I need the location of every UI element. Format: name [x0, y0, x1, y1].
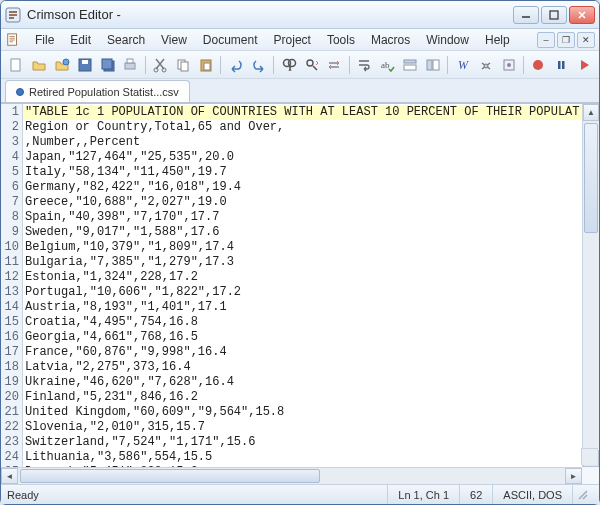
replace-button[interactable]	[323, 54, 345, 76]
status-count: 62	[459, 485, 492, 504]
code-line[interactable]: United Kingdom,"60,609","9,564",15.8	[23, 405, 582, 420]
menu-document[interactable]: Document	[195, 31, 266, 49]
cut-button[interactable]	[149, 54, 171, 76]
svg-rect-10	[125, 63, 135, 69]
code-line[interactable]: Sweden,"9,017","1,588",17.6	[23, 225, 582, 240]
toolbar-separator	[218, 54, 224, 76]
code-line[interactable]: ,Number,,Percent	[23, 135, 582, 150]
code-line[interactable]: Spain,"40,398","7,170",17.7	[23, 210, 582, 225]
toolbar-separator	[142, 54, 148, 76]
code-line[interactable]: Japan,"127,464","25,535",20.0	[23, 150, 582, 165]
code-line[interactable]: Latvia,"2,275",373,16.4	[23, 360, 582, 375]
code-line[interactable]: Portugal,"10,606","1,822",17.2	[23, 285, 582, 300]
code-line[interactable]: Germany,"82,422","16,018",19.4	[23, 180, 582, 195]
toolbar-separator	[346, 54, 352, 76]
find-button[interactable]	[278, 54, 300, 76]
svg-rect-24	[427, 60, 432, 70]
svg-text:ab: ab	[381, 60, 390, 70]
play-macro-button[interactable]	[573, 54, 595, 76]
code-line[interactable]: Estonia,"1,324",228,17.2	[23, 270, 582, 285]
status-ready: Ready	[7, 485, 387, 504]
menu-window[interactable]: Window	[418, 31, 477, 49]
copy-button[interactable]	[172, 54, 194, 76]
code-line[interactable]: Austria,"8,193","1,401",17.1	[23, 300, 582, 315]
close-button[interactable]	[569, 6, 595, 24]
code-line[interactable]: Belgium,"10,379","1,809",17.4	[23, 240, 582, 255]
svg-rect-9	[102, 59, 112, 69]
mdi-restore-button[interactable]: ❐	[557, 32, 575, 48]
code-line[interactable]: Croatia,"4,495",754,16.8	[23, 315, 582, 330]
code-line[interactable]: "TABLE 1c 1 POPULATION OF COUNTRIES WITH…	[23, 105, 582, 120]
menu-macros[interactable]: Macros	[363, 31, 418, 49]
code-line[interactable]: Greece,"10,688","2,027",19.0	[23, 195, 582, 210]
code-line[interactable]: Ukraine,"46,620","7,628",16.4	[23, 375, 582, 390]
scroll-thumb[interactable]	[20, 469, 320, 483]
line-number: 16	[1, 330, 19, 345]
code-line[interactable]: Italy,"58,134","11,450",19.7	[23, 165, 582, 180]
svg-point-27	[484, 64, 488, 68]
paste-button[interactable]	[195, 54, 217, 76]
menu-file[interactable]: File	[27, 31, 62, 49]
word-wrap-button[interactable]	[353, 54, 375, 76]
svg-point-29	[507, 63, 511, 67]
menu-help[interactable]: Help	[477, 31, 518, 49]
minimize-button[interactable]	[513, 6, 539, 24]
line-number: 14	[1, 300, 19, 315]
svg-rect-23	[404, 65, 416, 70]
statusbar: Ready Ln 1, Ch 1 62 ASCII, DOS	[1, 484, 599, 504]
code-line[interactable]: France,"60,876","9,998",16.4	[23, 345, 582, 360]
preferences-button[interactable]	[498, 54, 520, 76]
line-number: 5	[1, 165, 19, 180]
undo-button[interactable]	[225, 54, 247, 76]
new-file-button[interactable]	[5, 54, 27, 76]
settings-button[interactable]	[475, 54, 497, 76]
scroll-thumb[interactable]	[584, 123, 598, 233]
horizontal-scrollbar[interactable]: ◄ ►	[1, 467, 582, 484]
vertical-scrollbar[interactable]: ▲ ▼	[582, 104, 599, 467]
toolbar-separator	[445, 54, 451, 76]
tab-modified-icon	[16, 88, 24, 96]
directory-view-button[interactable]	[422, 54, 444, 76]
spell-check-button[interactable]: ab	[376, 54, 398, 76]
menu-edit[interactable]: Edit	[62, 31, 99, 49]
open-file-button[interactable]	[28, 54, 50, 76]
menu-project[interactable]: Project	[266, 31, 319, 49]
scroll-up-button[interactable]: ▲	[583, 104, 599, 121]
save-all-button[interactable]	[97, 54, 119, 76]
window-title: Crimson Editor -	[27, 7, 513, 22]
redo-button[interactable]	[248, 54, 270, 76]
save-button[interactable]	[74, 54, 96, 76]
titlebar[interactable]: Crimson Editor -	[1, 1, 599, 29]
code-line[interactable]: Lithuania,"3,586",554,15.5	[23, 450, 582, 465]
open-remote-button[interactable]	[51, 54, 73, 76]
scroll-left-button[interactable]: ◄	[1, 468, 18, 484]
find-next-button[interactable]	[301, 54, 323, 76]
status-position: Ln 1, Ch 1	[387, 485, 459, 504]
code-line[interactable]: Bulgaria,"7,385","1,279",17.3	[23, 255, 582, 270]
scroll-track[interactable]	[18, 468, 565, 484]
mdi-close-button[interactable]: ✕	[577, 32, 595, 48]
print-button[interactable]	[119, 54, 141, 76]
scroll-track[interactable]	[583, 121, 599, 450]
menu-view[interactable]: View	[153, 31, 195, 49]
file-tab[interactable]: Retired Population Statist...csv	[5, 80, 190, 102]
record-macro-button[interactable]	[528, 54, 550, 76]
code-line[interactable]: Region or Country,Total,65 and Over,	[23, 120, 582, 135]
menu-tools[interactable]: Tools	[319, 31, 363, 49]
line-number: 19	[1, 375, 19, 390]
toggle-toolbar-button[interactable]	[399, 54, 421, 76]
menu-search[interactable]: Search	[99, 31, 153, 49]
code-editor[interactable]: "TABLE 1c 1 POPULATION OF COUNTRIES WITH…	[23, 104, 582, 467]
line-number: 4	[1, 150, 19, 165]
code-line[interactable]: Slovenia,"2,010",315,15.7	[23, 420, 582, 435]
code-line[interactable]: Finland,"5,231",846,16.2	[23, 390, 582, 405]
line-number: 8	[1, 210, 19, 225]
mdi-minimize-button[interactable]: –	[537, 32, 555, 48]
pause-macro-button[interactable]	[550, 54, 572, 76]
code-line[interactable]: Denmark,"5,451",828,15.2	[23, 465, 582, 467]
code-line[interactable]: Switzerland,"7,524","1,171",15.6	[23, 435, 582, 450]
font-italic-button[interactable]: W	[452, 54, 474, 76]
scroll-right-button[interactable]: ►	[565, 468, 582, 484]
maximize-button[interactable]	[541, 6, 567, 24]
code-line[interactable]: Georgia,"4,661",768,16.5	[23, 330, 582, 345]
